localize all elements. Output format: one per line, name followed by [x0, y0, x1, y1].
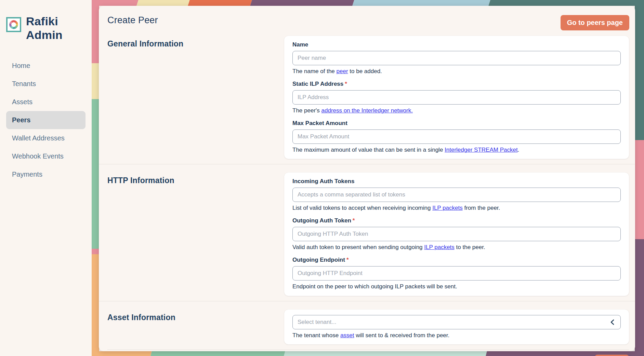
- field-name: NameThe name of the peer to be added.: [292, 41, 621, 75]
- sidebar-nav: HomeTenantsAssetsPeersWallet AddressesWe…: [6, 57, 86, 183]
- field-helper-text: The maximum amount of value that can be …: [292, 146, 621, 154]
- section-heading: HTTP Information: [107, 167, 284, 185]
- helper-link[interactable]: address on the Interledger network.: [321, 107, 413, 114]
- section-panel: NameThe name of the peer to be added.Sta…: [284, 36, 629, 159]
- bg-shape-orange: [188, 0, 252, 6]
- field-label: Max Packet Amount: [292, 120, 621, 127]
- form-sections: General InformationNameThe name of the p…: [99, 33, 635, 350]
- sidebar-item-webhook-events[interactable]: Webhook Events: [6, 147, 86, 165]
- field-label: Incoming Auth Tokens: [292, 178, 621, 185]
- field-helper-text: List of valid tokens to accept when rece…: [292, 204, 621, 212]
- input-incoming-auth-tokens[interactable]: [292, 188, 621, 202]
- app-title: Rafiki Admin: [26, 14, 63, 42]
- sidebar-item-tenants[interactable]: Tenants: [6, 75, 86, 93]
- sidebar-item-home[interactable]: Home: [6, 57, 86, 75]
- field-static-ilp-address: Static ILP Address*The peer's address on…: [292, 81, 621, 114]
- tenant-select[interactable]: [292, 315, 621, 329]
- field-label: Name: [292, 41, 621, 48]
- field-select-tenant-: The tenant whose asset will sent to & re…: [292, 315, 621, 339]
- required-asterisk: *: [345, 81, 347, 87]
- field-helper-text: Valid auth token to present when sending…: [292, 244, 621, 251]
- sidebar-item-peers[interactable]: Peers: [6, 111, 86, 129]
- bg-shape-yellow: [136, 0, 190, 6]
- helper-link[interactable]: Interledger STREAM Packet: [445, 147, 518, 153]
- field-helper-text: The name of the peer to be added.: [292, 68, 621, 75]
- input-outgoing-auth-token[interactable]: [292, 227, 621, 241]
- tenant-select-input[interactable]: [292, 315, 621, 329]
- background-top-band: [89, 0, 644, 6]
- rafiki-ring-icon: [9, 20, 18, 29]
- field-helper-text: Endpoint on the peer to which outgoing I…: [292, 283, 621, 290]
- bg-shape-pink: [91, 0, 99, 63]
- brand: Rafiki Admin: [6, 14, 86, 42]
- go-to-peers-button[interactable]: Go to peers page: [561, 15, 629, 30]
- required-asterisk: *: [353, 217, 355, 224]
- field-helper-text: The tenant whose asset will sent to & re…: [292, 332, 621, 339]
- section-panel: Incoming Auth TokensList of valid tokens…: [284, 173, 629, 296]
- field-max-packet-amount: Max Packet AmountThe maximum amount of v…: [292, 120, 621, 154]
- field-outgoing-auth-token: Outgoing Auth Token*Valid auth token to …: [292, 217, 621, 251]
- sidebar-item-assets[interactable]: Assets: [6, 93, 86, 111]
- input-name[interactable]: [292, 51, 621, 65]
- section-heading: Asset Information: [107, 304, 284, 322]
- helper-link[interactable]: peer: [337, 68, 348, 74]
- field-label: Static ILP Address*: [292, 81, 621, 87]
- helper-link[interactable]: ILP packets: [424, 244, 455, 250]
- section-http-information: HTTP InformationIncoming Auth TokensList…: [99, 164, 635, 301]
- section-panel: The tenant whose asset will sent to & re…: [284, 310, 629, 344]
- section-asset-information: Asset InformationThe tenant whose asset …: [99, 301, 635, 350]
- create-button[interactable]: Create: [595, 355, 629, 356]
- section-heading: General Information: [107, 36, 284, 49]
- input-static-ilp-address[interactable]: [292, 90, 621, 105]
- sidebar-item-payments[interactable]: Payments: [6, 165, 86, 183]
- background-left-band: [91, 0, 99, 356]
- bg-shape-pink: [91, 249, 99, 254]
- field-outgoing-endpoint: Outgoing Endpoint*Endpoint on the peer t…: [292, 257, 621, 290]
- sidebar-item-wallet-addresses[interactable]: Wallet Addresses: [6, 129, 86, 147]
- bg-shape-lightblue: [352, 0, 490, 6]
- background-right-band: [635, 0, 644, 356]
- bg-shape-green: [91, 99, 99, 249]
- rafiki-logo-icon: [6, 17, 21, 32]
- field-label: Outgoing Auth Token*: [292, 217, 621, 224]
- bg-shape-purple: [250, 0, 354, 6]
- card-footer: Create: [107, 350, 629, 356]
- bg-shape-teal: [488, 0, 644, 6]
- bg-shape-purple: [635, 239, 644, 356]
- bg-shape-teal: [635, 0, 644, 140]
- input-outgoing-endpoint[interactable]: [292, 266, 621, 280]
- field-label: Outgoing Endpoint*: [292, 257, 621, 263]
- page-title: Create Peer: [107, 15, 158, 26]
- bg-shape-pink: [635, 140, 644, 239]
- create-peer-card: Create Peer Go to peers page General Inf…: [99, 6, 635, 351]
- sidebar: Rafiki Admin HomeTenantsAssetsPeersWalle…: [0, 0, 92, 356]
- helper-link[interactable]: asset: [340, 332, 354, 339]
- bg-shape-yellow: [91, 63, 99, 99]
- field-incoming-auth-tokens: Incoming Auth TokensList of valid tokens…: [292, 178, 621, 212]
- required-asterisk: *: [346, 257, 349, 263]
- field-helper-text: The peer's address on the Interledger ne…: [292, 107, 621, 114]
- bg-shape-tan: [91, 254, 99, 356]
- input-max-packet-amount[interactable]: [292, 129, 621, 144]
- section-general-information: General InformationNameThe name of the p…: [99, 33, 635, 164]
- card-header: Create Peer Go to peers page: [99, 6, 635, 33]
- helper-link[interactable]: ILP packets: [432, 205, 463, 211]
